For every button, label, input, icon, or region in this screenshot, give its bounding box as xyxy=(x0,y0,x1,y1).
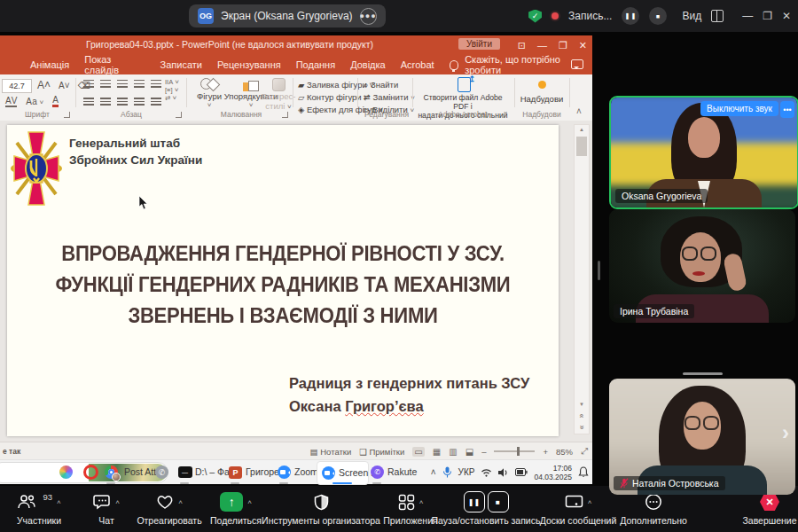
whatsapp-icon[interactable]: ✆ xyxy=(153,463,171,481)
tab-record[interactable]: Записати xyxy=(160,59,202,70)
close-window-icon[interactable]: ✕ xyxy=(782,11,791,21)
participants-chevron-icon[interactable]: ˄ xyxy=(57,498,61,506)
view-layout-icon[interactable] xyxy=(711,10,724,22)
ribbon-options-icon[interactable]: ⊡ xyxy=(518,40,526,51)
participant-more-icon[interactable]: ••• xyxy=(780,101,794,118)
sign-in-button[interactable]: Увійти xyxy=(458,38,500,50)
pause-record-icon[interactable]: ❚❚ xyxy=(464,491,485,512)
zoom-out-icon[interactable]: – xyxy=(481,447,486,457)
align-right-icon[interactable] xyxy=(117,98,128,106)
justify-icon[interactable] xyxy=(134,98,145,106)
tab-acrobat[interactable]: Acrobat xyxy=(401,59,434,70)
battery-icon[interactable] xyxy=(515,468,528,476)
explorer-window-title[interactable]: D:\ – Фа xyxy=(195,460,230,484)
react-button[interactable]: ˄ Отреагировать xyxy=(133,490,206,526)
file-explorer-icon[interactable]: — xyxy=(176,463,194,481)
stop-recording-button[interactable]: ■ xyxy=(649,7,667,25)
powerpoint-taskbar-icon[interactable]: P xyxy=(226,463,245,481)
align-left-icon[interactable] xyxy=(83,98,94,106)
security-shield-icon[interactable]: ✓ xyxy=(528,10,542,23)
screen-share-pill[interactable]: OG Экран (Oksana Grygorieva) ●●● xyxy=(189,4,386,27)
next-slide-icon[interactable]: « xyxy=(575,423,589,433)
participants-button[interactable]: 93 ˄ Участники xyxy=(5,490,73,526)
zoom-in-icon[interactable]: + xyxy=(543,447,548,457)
slide[interactable]: Генеральний штаб Збройних Сил України ВП… xyxy=(7,125,559,436)
host-tools-button[interactable]: Инструменты организатора xyxy=(264,490,378,526)
screen-share-window-button[interactable]: Screen s xyxy=(317,461,369,485)
font-size-input[interactable]: 42.7 xyxy=(2,79,32,93)
panel-resize-handle[interactable] xyxy=(598,261,600,280)
share-chevron-icon[interactable]: ˄ xyxy=(247,498,252,506)
apps-chevron-icon[interactable]: ˄ xyxy=(419,498,424,506)
grow-font-icon[interactable]: А˄ xyxy=(37,79,51,91)
find-button[interactable]: ⌕ Знайти xyxy=(364,80,398,90)
end-meeting-button[interactable]: ✕ Завершение xyxy=(741,490,798,526)
restore-window-icon[interactable]: ❐ xyxy=(763,11,772,21)
chat-chevron-icon[interactable]: ˄ xyxy=(115,498,120,506)
slide-sorter-view-icon[interactable]: ▦ xyxy=(433,447,441,457)
next-participants-chevron-icon[interactable]: › xyxy=(782,420,789,445)
decrease-indent-icon[interactable] xyxy=(117,80,128,88)
react-chevron-icon[interactable]: ˄ xyxy=(178,498,183,506)
zoom-level[interactable]: 85% xyxy=(556,447,573,457)
replace-button[interactable]: ⇄ Замінити ˅ xyxy=(364,92,415,102)
increase-indent-icon[interactable] xyxy=(134,80,145,88)
comments-icon[interactable] xyxy=(571,59,583,69)
participant-video-oksana[interactable]: Выключить звук ••• Oksana Grygorieva xyxy=(609,96,798,209)
normal-view-icon[interactable]: ▭ xyxy=(412,447,424,457)
pause-recording-button[interactable]: ❚❚ xyxy=(622,7,639,25)
apps-button[interactable]: ˄ Приложения xyxy=(382,490,439,526)
minimize-window-icon[interactable]: — xyxy=(742,11,753,21)
whiteboards-chevron-icon[interactable]: ˄ xyxy=(588,498,592,506)
addins-button[interactable]: Надбудови xyxy=(516,94,567,104)
chrome-icon[interactable] xyxy=(102,463,121,481)
text-direction-icon[interactable]: ІІА ˅ xyxy=(165,78,179,86)
reading-view-icon[interactable]: ▥ xyxy=(449,447,457,457)
whiteboards-button[interactable]: ˄ Доски сообщений xyxy=(538,490,618,526)
align-text-icon[interactable]: [≡] ˅ xyxy=(165,86,179,94)
ppt-minimize-icon[interactable]: — xyxy=(537,40,547,51)
smartart-convert-icon[interactable]: ⇄ ˅ xyxy=(165,94,179,102)
slideshow-view-icon[interactable]: ⬓ xyxy=(466,447,473,457)
chat-button[interactable]: ˄ Чат xyxy=(82,490,131,526)
char-spacing-icon[interactable]: АV xyxy=(5,96,17,107)
opera-icon[interactable] xyxy=(82,463,100,481)
copilot-icon[interactable] xyxy=(57,463,75,481)
chrome-window-title[interactable]: Post Att xyxy=(124,460,156,484)
wifi-icon[interactable] xyxy=(481,468,492,477)
tab-view[interactable]: Подання xyxy=(296,59,335,70)
shrink-font-icon[interactable]: А˅ xyxy=(59,81,70,90)
notes-button[interactable]: ▤ Нотатки xyxy=(310,447,352,457)
ppt-close-icon[interactable]: ✕ xyxy=(579,40,587,51)
viber-icon[interactable]: ✆ xyxy=(368,463,387,481)
language-indicator[interactable]: УКР xyxy=(458,467,475,477)
drawing-dialog-launcher-icon[interactable] xyxy=(282,112,288,118)
zoom-taskbar-icon[interactable] xyxy=(275,463,293,481)
line-spacing-icon[interactable] xyxy=(151,80,161,88)
share-screen-button[interactable]: ↑ ˄ Поделиться xyxy=(207,490,265,526)
scroll-down-icon[interactable]: ▼ xyxy=(575,402,589,407)
columns-icon[interactable] xyxy=(151,98,161,106)
share-options-icon[interactable]: ●●● xyxy=(360,8,377,25)
pause-stop-recording-button[interactable]: ❚❚ ■ Пауза/остановить запись xyxy=(436,490,536,526)
font-color-icon[interactable]: А xyxy=(52,95,59,107)
collapse-ribbon-icon[interactable]: ˄ xyxy=(576,106,582,116)
previous-slide-icon[interactable]: « xyxy=(575,411,589,421)
participant-video-iryna[interactable]: Ірина Трубавіна xyxy=(609,209,795,323)
zoom-slider[interactable] xyxy=(494,450,535,452)
more-button[interactable]: Дополнительно xyxy=(619,490,688,526)
ppt-restore-icon[interactable]: ❐ xyxy=(559,40,567,51)
bullets-icon[interactable] xyxy=(83,80,94,88)
viber-window-title[interactable]: Rakute xyxy=(387,460,417,484)
tab-animation[interactable]: Анімація xyxy=(30,59,69,70)
change-case-icon[interactable]: Аа ˅ xyxy=(26,97,43,106)
tab-review[interactable]: Рецензування xyxy=(217,59,281,70)
speaker-icon[interactable] xyxy=(498,468,509,477)
numbering-icon[interactable] xyxy=(100,80,111,88)
scroll-up-icon[interactable]: ▲ xyxy=(575,127,589,132)
tab-slideshow[interactable]: Показ слайдів xyxy=(84,54,145,75)
mute-participant-button[interactable]: Выключить звук xyxy=(700,101,778,116)
fit-slide-icon[interactable]: ⤢ xyxy=(581,446,588,457)
font-dialog-launcher-icon[interactable] xyxy=(64,112,70,118)
tab-help[interactable]: Довідка xyxy=(350,59,386,70)
